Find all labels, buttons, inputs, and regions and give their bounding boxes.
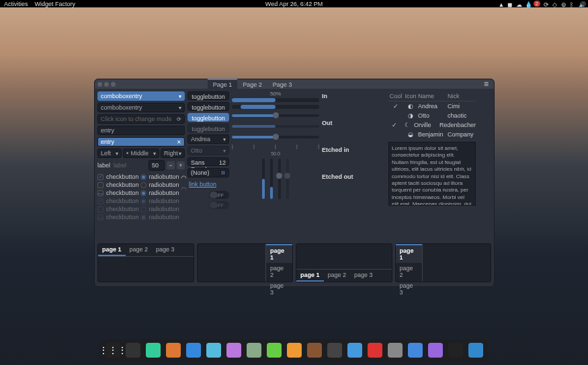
radiobutton-2[interactable]: radiobutton [140, 181, 179, 189]
table-row[interactable]: ✓☾OrvilleRedenbacher [388, 120, 476, 130]
textview[interactable]: Lorem ipsum dolor sit amet, consectetur … [388, 142, 476, 206]
scale-2[interactable] [232, 125, 319, 128]
app-menu[interactable]: Widget Factory [35, 1, 76, 7]
close-button[interactable] [97, 82, 102, 87]
dock-app-icon[interactable] [226, 343, 241, 358]
switch-2[interactable]: OFF [209, 201, 229, 209]
radiobutton-6: radiobutton [140, 213, 179, 221]
table-row[interactable]: ✓◐AndreaCimi [388, 102, 476, 111]
comboboxentry-2[interactable]: comboboxentry▾ [97, 103, 185, 112]
minimize-button[interactable] [104, 82, 109, 87]
nb2-tab-1[interactable]: page 1 [266, 244, 292, 263]
table-row[interactable]: ◒BenjaminCompany [388, 130, 476, 139]
nb4-tab-2[interactable]: page 2 [396, 263, 422, 280]
vertical-scale-1[interactable] [262, 159, 265, 199]
radiobutton-1[interactable]: radiobutton [140, 173, 179, 181]
spin-plus[interactable]: + [177, 161, 185, 169]
dock-app-icon[interactable] [347, 343, 362, 358]
dock-app-icon[interactable] [247, 343, 261, 358]
comboboxentry-1[interactable]: comboboxentry▾ [97, 91, 185, 101]
radiobutton-3[interactable]: radiobutton [140, 189, 179, 197]
nb3-tab-2[interactable]: page 2 [324, 270, 351, 282]
clock[interactable]: Wed Apr 26, 6:42 PM [265, 1, 323, 7]
vertical-scale-2[interactable] [270, 159, 273, 199]
dock-app-icon[interactable] [388, 343, 403, 358]
nb1-tab-3[interactable]: page 3 [152, 244, 179, 256]
table-row[interactable]: ◑Ottochaotic [388, 111, 476, 120]
combo-right[interactable]: Right▾ [161, 149, 185, 158]
maximize-button[interactable] [111, 82, 116, 87]
tab-page-3[interactable]: Page 3 [267, 79, 298, 89]
nb4-tab-1[interactable]: page 1 [396, 244, 422, 263]
notebook-top-tabs: page 1 page 2 page 3 [97, 243, 194, 282]
scale-marks[interactable] [232, 136, 319, 138]
titlebar: Page 1 Page 2 Page 3 ≡ [95, 79, 494, 89]
tray-icon: ⟳ [544, 1, 549, 7]
nb1-tab-2[interactable]: page 2 [126, 244, 153, 256]
clear-icon[interactable]: ✕ [177, 139, 181, 145]
checkbutton-2[interactable]: checkbutton [97, 181, 139, 189]
apps-grid-icon[interactable]: ⋮⋮⋮ [106, 343, 120, 358]
combo-middle[interactable]: •Middle▾ [123, 149, 159, 158]
color-button[interactable]: (None) [187, 168, 229, 177]
nb1-tab-1[interactable]: page 1 [98, 244, 126, 256]
treeview[interactable]: Cool Icon Name Nick ✓◐AndreaCimi◑Ottocha… [388, 91, 476, 139]
hamburger-menu[interactable]: ≡ [481, 79, 491, 89]
togglebutton-3[interactable]: togglebutton [187, 113, 229, 122]
font-button[interactable]: Sans Regular12 [187, 157, 229, 166]
scale-value: 50.0 [271, 151, 280, 156]
nb3-tab-3[interactable]: page 3 [350, 270, 377, 282]
column-5: Cool Icon Name Nick ✓◐AndreaCimi◑Ottocha… [388, 91, 476, 241]
vertical-scale-3[interactable] [278, 159, 281, 199]
spinner-icon: ◠ [181, 174, 187, 181]
column-1: comboboxentry▾ comboboxentry▾ Click icon… [97, 91, 185, 241]
spin-minus[interactable]: − [167, 161, 175, 169]
dock-app-icon[interactable] [166, 343, 181, 358]
tab-page-1[interactable]: Page 1 [208, 79, 238, 89]
dock-app-icon[interactable] [267, 343, 282, 358]
dock-app-icon[interactable] [327, 343, 342, 358]
dock-app-icon[interactable] [126, 343, 140, 358]
checkbutton-3[interactable]: checkbutton [97, 189, 139, 197]
nb3-tab-1[interactable]: page 1 [296, 270, 324, 282]
column-3: 50% ||||| 50.0 [232, 91, 319, 241]
dock-app-icon[interactable] [287, 343, 302, 358]
tray-icon: ▲ [499, 1, 504, 7]
entry-selected[interactable]: entry✕ [97, 137, 185, 147]
dock-app-icon[interactable] [408, 343, 423, 358]
combo-left[interactable]: Left▾ [97, 149, 122, 158]
frame-out: Out [322, 120, 386, 126]
refresh-icon[interactable]: ⟳ [177, 116, 181, 122]
combo-andrea[interactable]: Andrea▾ [187, 134, 229, 144]
dock-app-icon[interactable] [186, 343, 201, 358]
system-tray[interactable]: ▲ ◼ ☁ 💧 2 ⟳ ◇ ⊚ ᛒ 🔊 [499, 1, 584, 7]
activities-button[interactable]: Activities [4, 1, 28, 7]
tray-icon: ◇ [552, 1, 558, 7]
notebook-left-tabs: page 1 page 2 page 3 [395, 243, 492, 282]
tab-page-2[interactable]: Page 2 [237, 79, 267, 89]
switch-1[interactable]: OFF [209, 191, 229, 199]
dock-app-icon[interactable] [448, 343, 463, 358]
dock-app-icon[interactable] [307, 343, 322, 358]
togglebutton-1[interactable]: togglebutton [187, 91, 229, 100]
togglebutton-2[interactable]: togglebutton [187, 102, 229, 111]
dock-app-icon[interactable] [206, 343, 221, 358]
nb2-tab-3[interactable]: page 3 [266, 280, 292, 298]
togglebutton-4[interactable]: togglebutton [187, 124, 229, 132]
bluetooth-icon: ᛒ [570, 1, 575, 7]
dock-app-icon[interactable] [468, 343, 483, 358]
dock-app-icon[interactable] [368, 343, 382, 358]
vertical-scale-4[interactable] [286, 159, 289, 199]
dock-app-icon[interactable] [428, 343, 443, 358]
spinbutton[interactable]: 50 − + [149, 160, 185, 171]
entry-plain[interactable]: entry [97, 126, 185, 135]
widget-factory-window: Page 1 Page 2 Page 3 ≡ comboboxentry▾ co… [94, 79, 495, 287]
entry-icon-mode[interactable]: Click icon to change mode⟳ [97, 114, 185, 124]
nb4-tab-3[interactable]: page 3 [396, 280, 422, 298]
dock-app-icon[interactable] [146, 343, 161, 358]
nb2-tab-2[interactable]: page 2 [266, 263, 292, 280]
scale-1[interactable] [232, 114, 319, 117]
link-button[interactable]: link button [187, 179, 229, 189]
combo-otto[interactable]: Otto▾ [187, 146, 229, 155]
checkbutton-1[interactable]: checkbutton [97, 173, 139, 181]
